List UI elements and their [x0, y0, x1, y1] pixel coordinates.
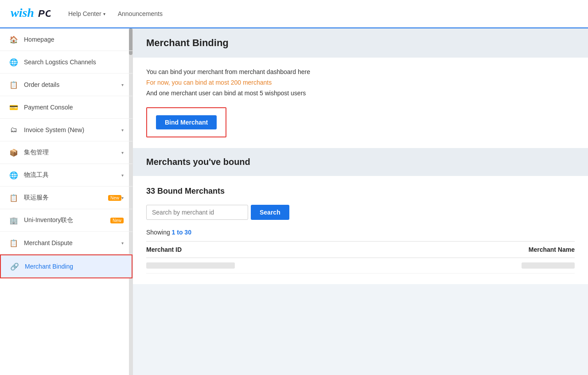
merchant-binding-header: Merchant Binding	[133, 28, 588, 58]
merchant-name-cell	[432, 262, 575, 269]
bind-merchant-button[interactable]: Bind Merchant	[156, 115, 217, 129]
sidebar-item-merchant-dispute[interactable]: 📋 Merchant Dispute ▾	[0, 232, 132, 254]
table-header: Merchant ID Merchant Name	[146, 241, 575, 258]
sidebar-item-lian-yun[interactable]: 📋 联运服务 New ▾	[0, 187, 132, 209]
sidebar-item-wu-liu[interactable]: 🌐 物流工具 ▾	[0, 164, 132, 187]
layout: 🏠 Homepage 🌐 Search Logstics Channels 📋 …	[0, 28, 588, 375]
showing-range: 1 to 30	[172, 229, 191, 236]
new-badge: New	[108, 195, 121, 201]
merchants-card: 33 Bound Merchants Search Showing 1 to 3…	[133, 176, 588, 284]
link-icon: 🔗	[10, 262, 19, 271]
blurred-id	[146, 262, 235, 269]
bound-merchants-count: 33 Bound Merchants	[146, 187, 575, 196]
logo-wish: wish POST	[11, 4, 51, 23]
sidebar-item-payment-console[interactable]: 💳 Payment Console	[0, 96, 132, 119]
chevron-down-icon: ▾	[121, 173, 124, 178]
home-icon: 🏠	[9, 35, 19, 44]
merchants-section-title: Merchants you've bound	[146, 157, 575, 167]
bind-merchant-box: Bind Merchant	[146, 107, 226, 137]
main-nav: Help Center ▾ Announcements	[68, 10, 175, 17]
info-line-3: And one merchant user can bind at most 5…	[146, 90, 575, 97]
nav-help-center[interactable]: Help Center ▾	[68, 10, 105, 17]
file-icon: 🗂	[9, 125, 19, 135]
merchants-bound-header: Merchants you've bound	[133, 148, 588, 176]
logo: wish POST	[11, 4, 51, 23]
chevron-down-icon: ▾	[121, 150, 124, 155]
page-title: Merchant Binding	[146, 37, 575, 49]
svg-text:wish: wish	[11, 6, 34, 20]
sidebar-item-uni-inventory[interactable]: 🏢 Uni-Inventory联仓 New	[0, 209, 132, 232]
logistics-icon: 🌐	[9, 170, 19, 180]
chevron-down-icon: ▾	[121, 195, 124, 200]
sidebar-item-homepage[interactable]: 🏠 Homepage	[0, 28, 132, 51]
dispute-icon: 📋	[9, 238, 19, 248]
warehouse-icon: 🏢	[9, 215, 19, 225]
clipboard-icon: 📋	[9, 80, 19, 90]
chevron-down-icon: ▾	[121, 82, 124, 87]
sidebar-item-ji-bao[interactable]: 📦 集包管理 ▾	[0, 141, 132, 164]
blurred-name	[522, 262, 575, 269]
search-input[interactable]	[146, 205, 248, 220]
chevron-down-icon: ▾	[103, 12, 105, 16]
sidebar-item-merchant-binding[interactable]: 🔗 Merchant Binding	[0, 254, 132, 278]
credit-card-icon: 💳	[9, 102, 19, 112]
sidebar-item-order-details[interactable]: 📋 Order details ▾	[0, 74, 132, 96]
header: wish POST Help Center ▾ Announcements	[0, 0, 588, 28]
globe-icon: 🌐	[9, 57, 19, 67]
search-button[interactable]: Search	[251, 205, 289, 220]
sidebar-item-search-logistics[interactable]: 🌐 Search Logstics Channels	[0, 51, 132, 74]
nav-announcements[interactable]: Announcements	[118, 10, 163, 17]
table-row	[146, 258, 575, 273]
showing-text: Showing 1 to 30	[146, 229, 575, 236]
new-badge: New	[110, 218, 124, 223]
chevron-down-icon: ▾	[121, 241, 124, 246]
main-content: Merchant Binding You can bind your merch…	[133, 28, 588, 375]
package-icon: 📦	[9, 148, 19, 157]
sidebar-item-invoice-system[interactable]: 🗂 Invoice System (New) ▾	[0, 119, 132, 141]
sidebar: 🏠 Homepage 🌐 Search Logstics Channels 📋 …	[0, 28, 133, 375]
col-header-merchant-id: Merchant ID	[146, 246, 432, 253]
info-line-1: You can bind your merchant from merchant…	[146, 68, 575, 75]
transport-icon: 📋	[9, 193, 19, 203]
merchant-id-cell	[146, 262, 432, 269]
search-row: Search	[146, 205, 575, 220]
svg-text:POST: POST	[38, 8, 51, 19]
merchant-binding-card: You can bind your merchant from merchant…	[133, 58, 588, 148]
col-header-merchant-name: Merchant Name	[432, 246, 575, 253]
info-line-2: For now, you can bind at most 200 mercha…	[146, 79, 575, 86]
chevron-down-icon: ▾	[121, 128, 124, 133]
